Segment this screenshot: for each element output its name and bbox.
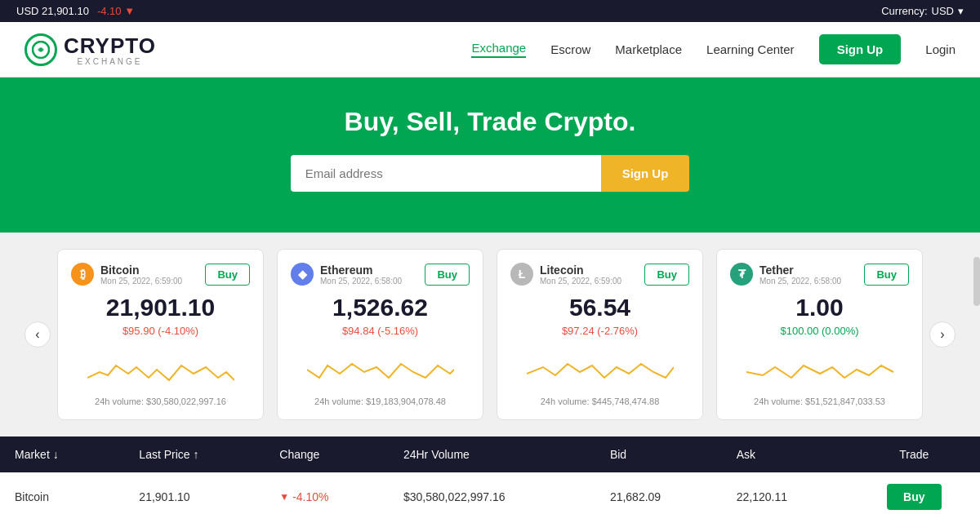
nav-link-exchange[interactable]: Exchange	[471, 41, 526, 58]
card-litecoin-buy-button[interactable]: Buy	[644, 264, 689, 286]
cards-prev-button[interactable]: ‹	[24, 321, 51, 348]
row-bitcoin-bid: 21,682.09	[595, 472, 722, 514]
navbar: CRYPTO EXCHANGE Exchange Escrow Marketpl…	[0, 22, 980, 78]
card-ethereum-price: 1,526.62	[291, 294, 470, 321]
hero-form: Sign Up	[16, 155, 964, 192]
hero-signup-button[interactable]: Sign Up	[601, 155, 690, 192]
col-change[interactable]: Change	[265, 436, 389, 472]
nav-signup-button[interactable]: Sign Up	[819, 34, 902, 64]
card-bitcoin-buy-button[interactable]: Buy	[205, 264, 250, 286]
logo-link[interactable]: CRYPTO EXCHANGE	[24, 33, 156, 66]
card-ethereum-date: Mon 25, 2022, 6:58:00	[320, 277, 402, 286]
card-litecoin-chart	[510, 345, 689, 390]
svg-point-1	[39, 48, 42, 51]
topbar-right: Currency: USD ▾	[881, 5, 964, 17]
nav-link-learning-center[interactable]: Learning Center	[706, 42, 795, 56]
email-input[interactable]	[291, 155, 601, 192]
card-bitcoin-volume: 24h volume: $30,580,022,997.16	[71, 397, 250, 406]
card-tether-volume: 24h volume: $51,521,847,033.53	[730, 397, 909, 406]
card-litecoin-change: $97.24 (-2.76%)	[510, 325, 689, 337]
card-litecoin-price: 56.54	[510, 294, 689, 321]
topbar-pair-price: USD 21,901.10	[16, 5, 89, 17]
card-litecoin: Ł Litecoin Mon 25, 2022, 6:59:00 Buy 56.…	[497, 249, 703, 420]
table-row: Bitcoin 21,901.10 ▼ -4.10% $30,580,022,9…	[0, 472, 980, 514]
hero-headline: Buy, Sell, Trade Crypto.	[16, 107, 964, 137]
market-table: Market ↓ Last Price ↑ Change 24Hr Volume…	[0, 436, 980, 514]
card-ethereum-volume: 24h volume: $19,183,904,078.48	[291, 397, 470, 406]
col-market[interactable]: Market ↓	[0, 436, 124, 472]
row-bitcoin-trade: Buy	[849, 472, 980, 514]
eth-icon: ◆	[291, 263, 314, 286]
card-ethereum-buy-button[interactable]: Buy	[425, 264, 470, 286]
card-bitcoin-chart	[71, 345, 250, 390]
card-tether-buy-button[interactable]: Buy	[864, 264, 909, 286]
card-tether-chart	[730, 345, 909, 390]
row-bitcoin-volume: $30,580,022,997.16	[389, 472, 595, 514]
topbar-left: USD 21,901.10 -4.10 ▼	[16, 5, 135, 17]
nav-link-marketplace[interactable]: Marketplace	[615, 42, 682, 56]
logo-icon	[24, 33, 57, 66]
card-ethereum: ◆ Ethereum Mon 25, 2022, 6:58:00 Buy 1,5…	[277, 249, 483, 420]
card-bitcoin: ₿ Bitcoin Mon 25, 2022, 6:59:00 Buy 21,9…	[57, 249, 264, 420]
nav-login-button[interactable]: Login	[925, 42, 956, 56]
row-bitcoin-ask: 22,120.11	[722, 472, 849, 514]
card-litecoin-name: Litecoin	[540, 264, 621, 277]
card-bitcoin-name: Bitcoin	[100, 264, 182, 277]
row-bitcoin-buy-button[interactable]: Buy	[887, 484, 941, 510]
card-ethereum-change: $94.84 (-5.16%)	[291, 325, 470, 337]
col-bid[interactable]: Bid	[595, 436, 722, 472]
currency-dropdown-icon[interactable]: ▾	[958, 5, 964, 17]
topbar-currency-label: Currency:	[881, 5, 927, 17]
col-volume[interactable]: 24Hr Volume	[389, 436, 595, 472]
logo-sub: EXCHANGE	[64, 57, 156, 66]
col-ask[interactable]: Ask	[722, 436, 849, 472]
row-bitcoin-market: Bitcoin	[0, 472, 124, 514]
logo-text: CRYPTO	[64, 33, 156, 59]
card-tether-date: Mon 25, 2022, 6:58:00	[760, 277, 841, 286]
btc-icon: ₿	[71, 263, 94, 286]
row-bitcoin-change: ▼ -4.10%	[265, 472, 389, 514]
card-tether: ₮ Tether Mon 25, 2022, 6:58:00 Buy 1.00 …	[716, 249, 923, 420]
ltc-icon: Ł	[510, 263, 533, 286]
nav-links: Exchange Escrow Marketplace Learning Cen…	[471, 34, 956, 64]
currency-selector[interactable]: USD	[932, 5, 954, 17]
card-tether-name: Tether	[760, 264, 841, 277]
card-bitcoin-price: 21,901.10	[71, 294, 250, 321]
card-bitcoin-date: Mon 25, 2022, 6:59:00	[100, 277, 182, 286]
card-tether-price: 1.00	[730, 294, 909, 321]
card-ethereum-chart	[291, 345, 470, 390]
row-bitcoin-price: 21,901.10	[124, 472, 265, 514]
cards-wrapper: ₿ Bitcoin Mon 25, 2022, 6:59:00 Buy 21,9…	[51, 233, 929, 436]
usdt-icon: ₮	[730, 263, 753, 286]
card-bitcoin-change: $95.90 (-4.10%)	[71, 325, 250, 337]
cards-next-button[interactable]: ›	[929, 321, 956, 348]
scrollbar	[973, 257, 980, 306]
cards-section: ‹ ₿ Bitcoin Mon 25, 2022, 6:59:00 Buy 21…	[0, 233, 980, 436]
market-table-section: Market ↓ Last Price ↑ Change 24Hr Volume…	[0, 436, 980, 514]
topbar-change: -4.10 ▼	[97, 5, 135, 17]
nav-link-escrow[interactable]: Escrow	[550, 42, 590, 56]
topbar: USD 21,901.10 -4.10 ▼ Currency: USD ▾	[0, 0, 980, 22]
card-litecoin-date: Mon 25, 2022, 6:59:00	[540, 277, 621, 286]
card-ethereum-name: Ethereum	[320, 264, 402, 277]
col-trade: Trade	[849, 436, 980, 472]
col-last-price[interactable]: Last Price ↑	[124, 436, 265, 472]
hero-section: Buy, Sell, Trade Crypto. Sign Up	[0, 78, 980, 233]
card-litecoin-volume: 24h volume: $445,748,474.88	[510, 397, 689, 406]
card-tether-change: $100.00 (0.00%)	[730, 325, 909, 337]
